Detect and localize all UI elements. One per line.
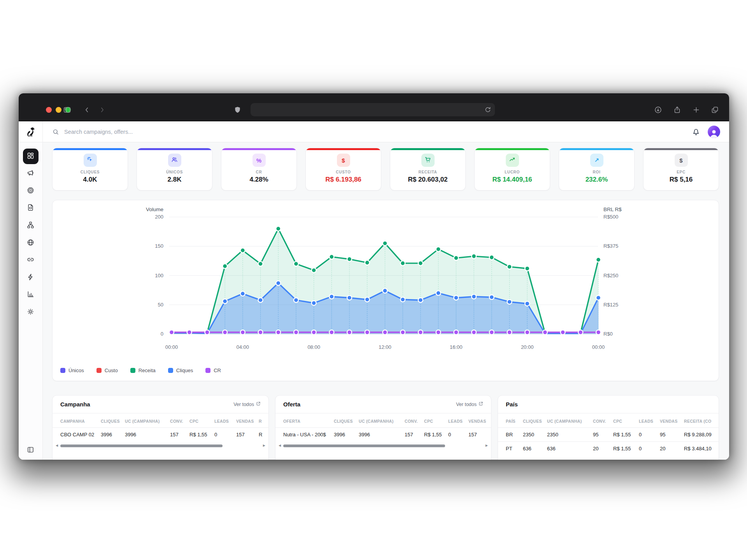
kpi-value: 2.8K: [168, 176, 182, 184]
table-cell: 0: [214, 432, 236, 438]
chart-point: [436, 291, 441, 296]
kpi-card-custo[interactable]: $CUSTOR$ 6.193,86: [305, 148, 381, 191]
kpi-card-únicos[interactable]: ÚNICOS2.8K: [137, 148, 212, 191]
sidebar-item-megaphone[interactable]: [23, 166, 39, 182]
kpi-accent-bar: [644, 148, 719, 150]
scrollbar-thumb[interactable]: [283, 444, 445, 447]
table-title: Oferta: [283, 401, 300, 408]
kpi-value: R$ 14.409,16: [492, 176, 532, 184]
table-row[interactable]: BR2350235095R$ 1,55095R$ 9.288,09: [498, 427, 719, 441]
chart-point: [294, 261, 298, 266]
sidebar-item-target[interactable]: [23, 183, 39, 199]
legend-item-cliques[interactable]: Cliques: [168, 368, 193, 373]
table-title: País: [506, 401, 518, 408]
sidebar-item-link[interactable]: [23, 253, 39, 268]
kpi-label: CUSTO: [336, 170, 351, 174]
sidebar-item-gear[interactable]: [23, 304, 39, 320]
share-icon[interactable]: [673, 106, 681, 114]
sidebar-item-dashboard-grid[interactable]: [23, 149, 39, 164]
legend-item-cr[interactable]: CR: [205, 368, 221, 373]
kpi-card-cr[interactable]: %CR4.28%: [221, 148, 297, 191]
scroll-left-icon[interactable]: ◀: [279, 444, 281, 447]
panel-collapse-icon[interactable]: [23, 442, 39, 457]
table-row[interactable]: PT63663620R$ 1,55020R$ 3.484,10: [498, 441, 719, 455]
shield-icon[interactable]: [233, 106, 242, 114]
forward-icon[interactable]: [98, 106, 106, 114]
chart-point: [400, 330, 405, 334]
kpi-value: 4.0K: [83, 176, 97, 184]
legend-swatch: [168, 368, 173, 373]
main-content: CLIQUES4.0KÚNICOS2.8K%CR4.28%$CUSTOR$ 6.…: [43, 142, 729, 460]
gear-icon: [26, 308, 35, 317]
campanha-table-card: CampanhaVer todosCAMPANHACLIQUESUC (CAMP…: [52, 395, 269, 460]
chart-point: [329, 330, 334, 334]
legend-item-únicos[interactable]: Únicos: [60, 368, 84, 373]
horizontal-scrollbar[interactable]: ◀▶: [56, 442, 265, 449]
legend-item-custo[interactable]: Custo: [96, 368, 118, 373]
scrollbar-track[interactable]: [60, 444, 261, 447]
scroll-right-icon[interactable]: ▶: [263, 444, 265, 447]
horizontal-scrollbar[interactable]: ◀▶: [279, 442, 488, 449]
table-header-row: PAÍSCLIQUESUC (CAMPANHA)CONV.CPCLEADSVEN…: [498, 415, 719, 427]
url-bar[interactable]: [251, 103, 495, 116]
legend-swatch: [60, 368, 65, 373]
tab-overview-icon[interactable]: [711, 106, 719, 114]
search-input[interactable]: [63, 128, 227, 135]
column-header: PAÍS: [506, 419, 523, 424]
kpi-card-cliques[interactable]: CLIQUES4.0K: [52, 148, 128, 191]
scroll-left-icon[interactable]: ◀: [56, 444, 58, 447]
scroll-right-icon[interactable]: ▶: [486, 444, 488, 447]
table-cell: 2350: [523, 432, 547, 438]
back-icon[interactable]: [83, 106, 91, 114]
scrollbar-track[interactable]: [283, 444, 483, 447]
minimize-window-button[interactable]: [56, 107, 61, 113]
sidebar-toggle-icon[interactable]: [63, 106, 71, 114]
chart-point: [418, 330, 423, 334]
table-row[interactable]: Nutra - USA - 200$39963996157R$ 1,550157: [275, 427, 491, 441]
dog-logo[interactable]: [19, 121, 43, 142]
table-header-row: CAMPANHACLIQUESUC (CAMPANHA)CONV.CPCLEAD…: [53, 415, 268, 427]
chart-point: [383, 330, 388, 334]
kpi-card-roi[interactable]: ↗ROI232.6%: [559, 148, 635, 191]
legend-item-receita[interactable]: Receita: [130, 368, 156, 373]
sidebar-item-sitemap[interactable]: [23, 218, 39, 233]
sidebar-item-bolt[interactable]: [23, 270, 39, 285]
chart-point: [258, 261, 263, 266]
traffic-chart-card: 200R$500150R$375100R$25050R$1250R$0Volum…: [52, 200, 719, 381]
new-tab-icon[interactable]: [692, 106, 700, 114]
column-header: R: [259, 419, 269, 424]
table-row[interactable]: CBO CAMP 0239963996157R$ 1,550157R: [53, 427, 268, 441]
ver-todos-link[interactable]: Ver todos: [233, 401, 261, 407]
column-header: CONV.: [170, 419, 189, 424]
column-header: RECEITA (CO: [684, 419, 719, 424]
kpi-card-lucro[interactable]: LUCROR$ 14.409,16: [474, 148, 550, 191]
kpi-card-receita[interactable]: RECEITAR$ 20.603,02: [390, 148, 466, 191]
kpi-label: ROI: [593, 170, 601, 174]
download-icon[interactable]: [654, 106, 662, 114]
close-window-button[interactable]: [46, 107, 52, 113]
scrollbar-thumb[interactable]: [60, 444, 223, 447]
dollar-icon: $: [337, 154, 350, 167]
sidebar-item-file-code[interactable]: [23, 201, 39, 216]
column-header: CONV.: [593, 419, 613, 424]
table-cell: 20: [660, 446, 684, 452]
search-bar: [52, 121, 227, 142]
chart-point: [525, 330, 530, 334]
reload-icon[interactable]: [484, 106, 492, 114]
chart-point: [365, 297, 370, 302]
kpi-card-epc[interactable]: $EPCR$ 5,16: [643, 148, 719, 191]
table-cell: Nutra - USA - 200$: [283, 432, 334, 438]
sidebar-item-bar-chart[interactable]: [23, 287, 39, 303]
kpi-label: CR: [256, 170, 262, 174]
bell-icon[interactable]: [691, 127, 701, 136]
user-avatar[interactable]: [708, 126, 720, 138]
ver-todos-link[interactable]: Ver todos: [456, 401, 483, 407]
chart-point: [507, 264, 512, 269]
sidebar-item-globe[interactable]: [23, 235, 39, 251]
kpi-accent-bar: [137, 148, 212, 150]
column-header: LEADS: [448, 419, 468, 424]
chart-point: [400, 261, 405, 266]
file-code-icon: [26, 203, 35, 213]
kpi-label: CLIQUES: [81, 170, 100, 174]
chart-point: [205, 330, 209, 334]
